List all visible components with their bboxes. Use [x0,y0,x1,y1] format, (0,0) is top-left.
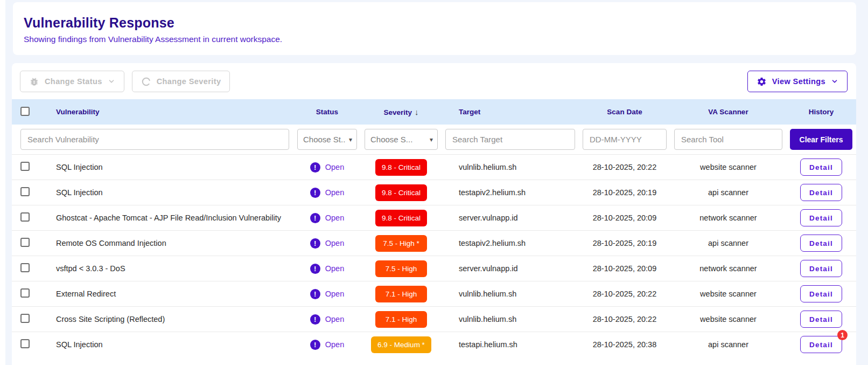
view-settings-button[interactable]: View Settings [747,71,848,92]
detail-button[interactable]: Detail [800,209,842,226]
toolbar: Change Status Change Severity View Setti… [12,63,856,99]
detail-button[interactable]: Detail [800,159,842,176]
exclamation-circle-icon: ! [310,162,320,173]
scan-date: 28-10-2025, 20:19 [579,231,670,256]
status-label: Open [325,163,344,171]
chevron-down-icon [108,78,115,85]
filter-row: Choose St..▾ Choose S...▾ Clear Filters [12,125,856,155]
detail-button[interactable]: Detail [800,184,842,201]
vulnerability-name: Cross Site Scripting (Reflected) [45,307,293,332]
row-checkbox[interactable] [20,263,30,272]
findings-table-body: SQL Injection ! Open 9.8 - Critical vuln… [12,155,856,357]
column-header-history[interactable]: History [786,99,856,125]
scan-date: 28-10-2025, 20:09 [579,205,670,231]
change-severity-button[interactable]: Change Severity [132,71,230,92]
table-row: Ghostcat - Apache Tomcat - AJP File Read… [12,205,856,231]
table-row: Cross Site Scripting (Reflected) ! Open … [12,307,856,332]
vulnerability-name: SQL Injection [45,180,293,205]
severity-filter-select[interactable]: Choose S...▾ [365,129,438,150]
caret-down-icon: ▾ [430,136,433,143]
status-cell: ! Open [293,340,361,350]
severity-circle-icon [141,77,151,87]
exclamation-circle-icon: ! [310,264,320,274]
exclamation-circle-icon: ! [310,213,320,223]
table-row: vsftpd < 3.0.3 - DoS ! Open 7.5 - High s… [12,256,856,281]
page-subtitle: Showing findings from Vulnerability Asse… [24,35,856,44]
detail-button[interactable]: Detail [800,285,842,302]
findings-table: Vulnerability Status Severity↓ Target Sc… [12,99,856,357]
search-target-input[interactable] [445,129,575,150]
status-filter-select[interactable]: Choose St..▾ [297,129,357,150]
status-cell: ! Open [293,314,361,325]
severity-badge: 7.5 - High [375,260,427,277]
status-label: Open [325,264,344,273]
severity-badge: 9.8 - Critical [375,210,427,226]
severity-badge: 7.5 - High * [375,235,427,252]
gear-icon [757,77,767,87]
column-header-scan-date[interactable]: Scan Date [579,99,670,125]
vulnerability-name: SQL Injection [45,155,293,180]
severity-badge: 9.8 - Critical [375,159,427,176]
history-notification-badge: 1 [837,330,848,340]
clear-filters-button[interactable]: Clear Filters [790,129,852,150]
vulnerability-response-page: Vulnerability Response Showing findings … [0,0,868,365]
column-header-status[interactable]: Status [293,99,361,125]
row-checkbox[interactable] [20,339,30,348]
va-scanner: network scanner [670,256,786,281]
table-row: SQL Injection ! Open 6.9 - Medium * test… [12,332,856,357]
select-all-checkbox[interactable] [20,107,30,116]
severity-badge: 6.9 - Medium * [371,336,431,353]
exclamation-circle-icon: ! [310,340,320,350]
search-vulnerability-input[interactable] [20,129,289,150]
exclamation-circle-icon: ! [310,188,320,198]
scan-date: 28-10-2025, 20:38 [579,332,670,357]
exclamation-circle-icon: ! [310,238,320,249]
column-header-severity[interactable]: Severity↓ [361,99,442,125]
search-tool-input[interactable] [674,129,782,150]
table-header-row: Vulnerability Status Severity↓ Target Sc… [12,99,856,125]
bug-icon [29,77,39,87]
vulnerability-name: Remote OS Command Injection [45,231,293,256]
table-row: Remote OS Command Injection ! Open 7.5 -… [12,231,856,256]
vulnerability-name: Ghostcat - Apache Tomcat - AJP File Read… [45,205,293,231]
column-header-va-scanner[interactable]: VA Scanner [670,99,786,125]
detail-button[interactable]: Detail [800,311,842,328]
target-host: vulnlib.helium.sh [442,307,579,332]
row-checkbox[interactable] [20,314,30,323]
row-checkbox[interactable] [20,238,30,247]
detail-button[interactable]: Detail [800,336,842,353]
status-label: Open [325,214,344,222]
column-header-vulnerability[interactable]: Vulnerability [45,99,293,125]
scan-date-input[interactable] [583,129,667,150]
left-edge-strip [0,0,5,365]
scan-date: 28-10-2025, 20:22 [579,307,670,332]
scan-date: 28-10-2025, 20:09 [579,256,670,281]
detail-button[interactable]: Detail [800,260,842,277]
va-scanner: api scanner [670,231,786,256]
row-checkbox[interactable] [20,288,30,298]
row-checkbox[interactable] [20,187,30,196]
vulnerability-name: SQL Injection [45,332,293,357]
chevron-down-icon [831,78,838,85]
page-title: Vulnerability Response [24,15,856,31]
column-header-target[interactable]: Target [442,99,579,125]
change-status-button[interactable]: Change Status [20,71,124,92]
target-host: testapi.helium.sh [442,332,579,357]
severity-badge: 7.1 - High [375,311,427,328]
status-cell: ! Open [293,162,361,173]
va-scanner: api scanner [670,332,786,357]
sort-desc-icon: ↓ [415,107,419,116]
vulnerability-name: vsftpd < 3.0.3 - DoS [45,256,293,281]
row-checkbox[interactable] [20,162,30,171]
target-host: vulnlib.helium.sh [442,155,579,180]
findings-panel: Change Status Change Severity View Setti… [12,63,856,365]
table-row: SQL Injection ! Open 9.8 - Critical vuln… [12,155,856,180]
va-scanner: website scanner [670,155,786,180]
detail-button[interactable]: Detail [800,235,842,252]
status-cell: ! Open [293,289,361,299]
change-severity-label: Change Severity [157,77,221,86]
va-scanner: website scanner [670,281,786,307]
status-cell: ! Open [293,188,361,198]
row-checkbox[interactable] [20,212,30,222]
target-host: vulnlib.helium.sh [442,281,579,307]
